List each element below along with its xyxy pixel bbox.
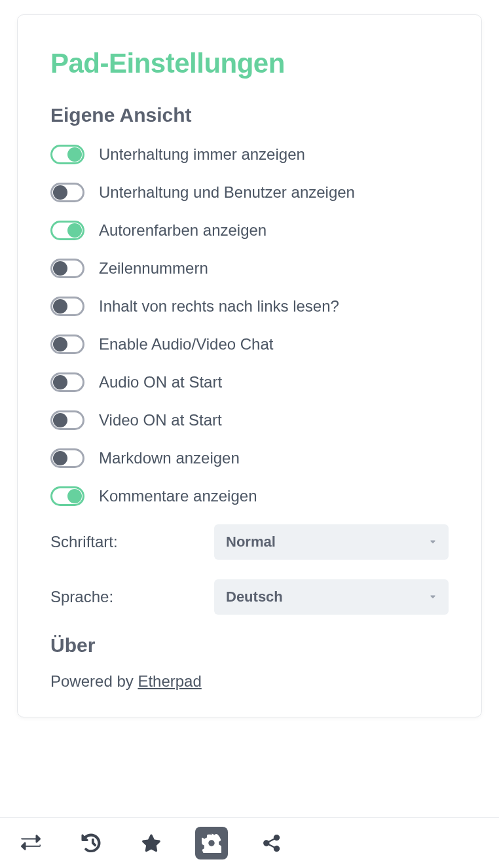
toggle-knob (67, 489, 82, 503)
toggle-switch[interactable] (50, 145, 84, 164)
toggle-row: Video ON at Start (50, 410, 449, 430)
toggle-switch[interactable] (50, 183, 84, 202)
toggle-label: Autorenfarben anzeigen (99, 221, 267, 240)
toggle-label: Unterhaltung immer anzeigen (99, 145, 305, 164)
font-select-value: Normal (226, 533, 276, 551)
toggle-row: Enable Audio/Video Chat (50, 335, 449, 354)
bottom-toolbar (0, 817, 499, 868)
chevron-down-icon (429, 592, 437, 602)
gear-icon (202, 833, 221, 853)
section-view-heading: Eigene Ansicht (50, 104, 449, 126)
toggle-knob (53, 299, 67, 314)
toggle-list: Unterhaltung immer anzeigenUnterhaltung … (50, 145, 449, 506)
toggle-knob (67, 147, 82, 162)
toggle-row: Audio ON at Start (50, 372, 449, 392)
toggle-label: Video ON at Start (99, 411, 222, 429)
toggle-knob (53, 185, 67, 200)
page-title: Pad-Einstellungen (50, 48, 449, 79)
powered-by: Powered by Etherpad (50, 672, 449, 691)
chevron-down-icon (429, 537, 437, 547)
settings-button[interactable] (195, 827, 228, 859)
toggle-switch[interactable] (50, 448, 84, 468)
toggle-label: Zeilennummern (99, 259, 208, 278)
history-icon (81, 833, 101, 853)
toggle-row: Unterhaltung und Benutzer anzeigen (50, 183, 449, 202)
toggle-knob (53, 337, 67, 352)
toggle-label: Inhalt von rechts nach links lesen? (99, 297, 339, 316)
toggle-knob (53, 451, 67, 465)
lang-select-value: Deutsch (226, 588, 283, 606)
toggle-label: Enable Audio/Video Chat (99, 335, 273, 353)
lang-select[interactable]: Deutsch (214, 579, 449, 615)
settings-panel: Pad-Einstellungen Eigene Ansicht Unterha… (17, 14, 482, 717)
toggle-switch[interactable] (50, 335, 84, 354)
toggle-knob (53, 413, 67, 427)
toggle-row: Kommentare anzeigen (50, 486, 449, 506)
toggle-knob (53, 261, 67, 276)
font-label: Schriftart: (50, 533, 214, 551)
toggle-label: Kommentare anzeigen (99, 487, 257, 505)
exchange-icon (21, 833, 41, 853)
font-select[interactable]: Normal (214, 524, 449, 560)
lang-label: Sprache: (50, 588, 214, 606)
toggle-switch[interactable] (50, 372, 84, 392)
share-icon (262, 833, 282, 853)
etherpad-link[interactable]: Etherpad (138, 672, 201, 690)
toggle-label: Audio ON at Start (99, 373, 222, 391)
toggle-row: Inhalt von rechts nach links lesen? (50, 297, 449, 316)
toggle-switch[interactable] (50, 410, 84, 430)
toggle-row: Unterhaltung immer anzeigen (50, 145, 449, 164)
history-button[interactable] (75, 827, 107, 859)
toggle-switch[interactable] (50, 486, 84, 506)
section-about-heading: Über (50, 634, 449, 657)
toggle-switch[interactable] (50, 297, 84, 316)
toggle-switch[interactable] (50, 221, 84, 240)
star-icon (141, 833, 161, 853)
toggle-row: Markdown anzeigen (50, 448, 449, 468)
powered-prefix: Powered by (50, 672, 138, 690)
toggle-switch[interactable] (50, 259, 84, 278)
toggle-knob (53, 375, 67, 389)
toggle-knob (67, 223, 82, 238)
share-button[interactable] (255, 827, 288, 859)
toggle-row: Autorenfarben anzeigen (50, 221, 449, 240)
toggle-row: Zeilennummern (50, 259, 449, 278)
star-button[interactable] (135, 827, 168, 859)
toggle-label: Markdown anzeigen (99, 449, 240, 467)
toggle-label: Unterhaltung und Benutzer anzeigen (99, 183, 355, 202)
exchange-button[interactable] (14, 827, 47, 859)
lang-row: Sprache: Deutsch (50, 579, 449, 615)
font-row: Schriftart: Normal (50, 524, 449, 560)
